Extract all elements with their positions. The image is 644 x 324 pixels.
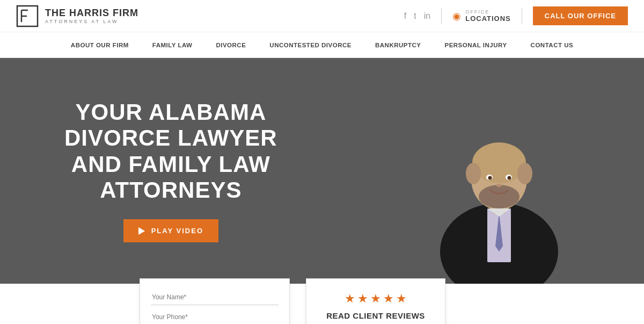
svg-point-20 [508,176,511,180]
svg-point-21 [496,184,502,187]
facebook-icon[interactable]: f [404,11,406,21]
nav-uncontested[interactable]: UNCONTESTED DIVORCE [258,32,363,57]
name-input[interactable] [151,290,279,305]
lawyer-photo [397,69,601,284]
nav-about[interactable]: ABOUT OUR FIRM [59,32,141,57]
location-icon: ◉ [452,10,461,22]
svg-point-16 [517,163,532,184]
call-office-button[interactable]: CALL OUR OFFICE [533,6,628,25]
svg-point-19 [488,176,492,180]
nav-divorce[interactable]: DIVORCE [204,32,258,57]
office-label: OFFICE [465,9,511,15]
lawyer-silhouette [408,80,590,284]
contact-form-card: SUBMIT [140,278,290,324]
reviews-card: ★ ★ ★ ★ ★ READ CLIENT REVIEWS READ REVIE… [306,278,445,324]
play-icon [138,227,145,235]
hero-content: YOUR ALABAMA DIVORCE LAWYER AND FAMILY L… [0,99,277,242]
hero-section: YOUR ALABAMA DIVORCE LAWYER AND FAMILY L… [0,58,644,284]
star-5: ★ [396,292,407,306]
hero-line3: AND FAMILY LAW [64,152,277,177]
svg-point-9 [479,185,519,208]
header-divider2 [522,8,522,24]
play-label: PLAY VIDEO [151,227,203,235]
reviews-title: READ CLIENT REVIEWS [326,311,425,320]
phone-input[interactable] [151,309,279,324]
header-right: f t in ◉ OFFICE LOCATIONS CALL OUR OFFIC… [404,6,628,25]
site-header: THE HARRIS FIRM ATTORNEYS AT LAW f t in … [0,0,644,32]
star-rating: ★ ★ ★ ★ ★ [345,292,407,306]
nav-contact[interactable]: CONTACT US [519,32,586,57]
play-video-button[interactable]: PLAY VIDEO [123,219,218,242]
office-loc-text: OFFICE LOCATIONS [465,9,511,23]
twitter-icon[interactable]: t [414,11,416,21]
hero-title: YOUR ALABAMA DIVORCE LAWYER AND FAMILY L… [64,99,277,203]
svg-rect-0 [17,6,38,26]
hero-line2: DIVORCE LAWYER [64,125,277,151]
bottom-section: SUBMIT ★ ★ ★ ★ ★ READ CLIENT REVIEWS REA… [0,284,644,324]
logo-text: THE HARRIS FIRM ATTORNEYS AT LAW [45,8,138,25]
office-locations-link[interactable]: ◉ OFFICE LOCATIONS [452,9,511,23]
star-2: ★ [357,292,368,306]
logo-tagline: ATTORNEYS AT LAW [45,19,138,24]
hero-line1: YOUR ALABAMA [64,99,277,125]
header-divider [441,8,442,24]
logo-firm-name: THE HARRIS FIRM [45,8,138,19]
logo[interactable]: THE HARRIS FIRM ATTORNEYS AT LAW [16,5,138,27]
logo-icon [16,5,39,27]
star-4: ★ [383,292,394,306]
svg-point-15 [466,163,481,184]
linkedin-icon[interactable]: in [424,11,430,21]
nav-personal-injury[interactable]: PERSONAL INJURY [433,32,518,57]
star-3: ★ [370,292,381,306]
star-1: ★ [345,292,355,306]
office-locations-name: LOCATIONS [465,15,511,23]
hero-line4: ATTORNEYS [64,177,277,203]
social-icons: f t in [404,11,430,21]
main-nav: ABOUT OUR FIRM FAMILY LAW DIVORCE UNCONT… [0,32,644,58]
nav-bankruptcy[interactable]: BANKRUPTCY [363,32,433,57]
nav-family-law[interactable]: FAMILY LAW [141,32,204,57]
